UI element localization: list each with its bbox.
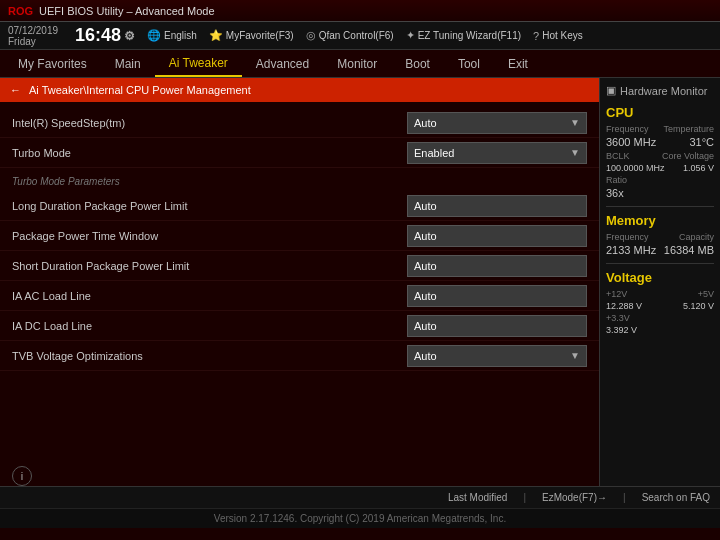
back-arrow[interactable]: ←	[10, 84, 21, 96]
qfan-item[interactable]: ◎ Qfan Control(F6)	[306, 29, 394, 42]
short-duration-value: Auto	[414, 260, 437, 272]
search-faq-link[interactable]: Search on FAQ	[642, 492, 710, 503]
star-icon: ⭐	[209, 29, 223, 42]
time-display: 16:48	[75, 25, 121, 46]
ia-dc-input[interactable]: Auto	[407, 315, 587, 337]
dropdown-arrow-tvb: ▼	[570, 350, 580, 361]
ia-ac-input[interactable]: Auto	[407, 285, 587, 307]
cpu-bclk: 100.0000 MHz	[606, 163, 665, 173]
mem-freq-label: Frequency	[606, 232, 649, 242]
long-duration-label: Long Duration Package Power Limit	[12, 200, 407, 212]
tab-advanced[interactable]: Advanced	[242, 50, 323, 77]
cpu-temperature: 31°C	[689, 136, 714, 148]
fan-icon: ◎	[306, 29, 316, 42]
datetime: 07/12/2019 Friday	[8, 25, 63, 47]
speedstep-label: Intel(R) SpeedStep(tm)	[12, 117, 407, 129]
v33-value: 3.392 V	[606, 325, 637, 335]
clock: 16:48 ⚙	[75, 25, 135, 46]
content-panel: ← Ai Tweaker\Internal CPU Power Manageme…	[0, 78, 600, 486]
turbo-dropdown[interactable]: Enabled ▼	[407, 142, 587, 164]
dropdown-arrow-speedstep: ▼	[570, 117, 580, 128]
title-bar: ROG UEFI BIOS Utility – Advanced Mode	[0, 0, 720, 22]
setting-long-duration: Long Duration Package Power Limit Auto	[0, 191, 599, 221]
pkg-time-value: Auto	[414, 230, 437, 242]
tab-exit[interactable]: Exit	[494, 50, 542, 77]
breadcrumb: ← Ai Tweaker\Internal CPU Power Manageme…	[0, 78, 599, 102]
v12-label: +12V	[606, 289, 627, 299]
ia-dc-label: IA DC Load Line	[12, 320, 407, 332]
hw-monitor-panel: ▣ Hardware Monitor CPU Frequency Tempera…	[600, 78, 720, 486]
cpu-divider	[606, 206, 714, 207]
long-duration-input[interactable]: Auto	[407, 195, 587, 217]
mem-capacity: 16384 MB	[664, 244, 714, 256]
language-label: English	[164, 30, 197, 41]
tab-monitor[interactable]: Monitor	[323, 50, 391, 77]
pkg-time-label: Package Power Time Window	[12, 230, 407, 242]
setting-turbo-mode: Turbo Mode Enabled ▼	[0, 138, 599, 168]
eztuning-label: EZ Tuning Wizard(F11)	[418, 30, 521, 41]
separator-2: |	[623, 492, 626, 503]
cpu-bclk-voltage-values: 100.0000 MHz 1.056 V	[606, 163, 714, 173]
volt-33-label-row: +3.3V	[606, 313, 714, 323]
setting-ia-ac: IA AC Load Line Auto	[0, 281, 599, 311]
ezmode-button[interactable]: EzMode(F7)→	[542, 492, 607, 503]
ia-ac-label: IA AC Load Line	[12, 290, 407, 302]
speedstep-value: Auto	[414, 117, 437, 129]
cpu-freq-temp-values: 3600 MHz 31°C	[606, 136, 714, 149]
turbo-params-header: Turbo Mode Parameters	[0, 168, 599, 191]
core-voltage: 1.056 V	[683, 163, 714, 173]
bclk-label: BCLK	[606, 151, 630, 161]
language-item[interactable]: 🌐 English	[147, 29, 197, 42]
tvb-value: Auto	[414, 350, 437, 362]
hotkeys-label: Hot Keys	[542, 30, 583, 41]
speedstep-dropdown[interactable]: Auto ▼	[407, 112, 587, 134]
short-duration-input[interactable]: Auto	[407, 255, 587, 277]
tab-ai-tweaker[interactable]: Ai Tweaker	[155, 50, 242, 77]
cpu-section-title: CPU	[606, 105, 714, 120]
nav-tabs: My Favorites Main Ai Tweaker Advanced Mo…	[0, 50, 720, 78]
footer-bar: Version 2.17.1246. Copyright (C) 2019 Am…	[0, 508, 720, 528]
myfavorites-item[interactable]: ⭐ MyFavorite(F3)	[209, 29, 294, 42]
mem-freq-cap-labels: Frequency Capacity	[606, 232, 714, 242]
ratio-label: Ratio	[606, 175, 627, 185]
footer-text: Version 2.17.1246. Copyright (C) 2019 Am…	[214, 513, 506, 524]
tab-boot[interactable]: Boot	[391, 50, 444, 77]
myfavorites-label: MyFavorite(F3)	[226, 30, 294, 41]
volt-12-5-labels: +12V +5V	[606, 289, 714, 299]
tvb-label: TVB Voltage Optimizations	[12, 350, 407, 362]
volt-33-value-row: 3.392 V	[606, 325, 714, 335]
mem-freq-cap-values: 2133 MHz 16384 MB	[606, 244, 714, 257]
cpu-frequency: 3600 MHz	[606, 136, 656, 148]
voltage-section-title: Voltage	[606, 270, 714, 285]
eztuning-item[interactable]: ✦ EZ Tuning Wizard(F11)	[406, 29, 521, 42]
date: 07/12/2019	[8, 25, 63, 36]
hw-monitor-title: ▣ Hardware Monitor	[606, 84, 714, 97]
info-button[interactable]: i	[12, 466, 32, 486]
info-bar: 07/12/2019 Friday 16:48 ⚙ 🌐 English ⭐ My…	[0, 22, 720, 50]
wand-icon: ✦	[406, 29, 415, 42]
tab-my-favorites[interactable]: My Favorites	[4, 50, 101, 77]
cpu-freq-temp-labels: Frequency Temperature	[606, 124, 714, 134]
mem-cap-label: Capacity	[679, 232, 714, 242]
memory-section-title: Memory	[606, 213, 714, 228]
pkg-time-input[interactable]: Auto	[407, 225, 587, 247]
setting-speedstep: Intel(R) SpeedStep(tm) Auto ▼	[0, 108, 599, 138]
tab-tool[interactable]: Tool	[444, 50, 494, 77]
tab-main[interactable]: Main	[101, 50, 155, 77]
setting-pkg-time: Package Power Time Window Auto	[0, 221, 599, 251]
v5-value: 5.120 V	[683, 301, 714, 311]
gear-icon[interactable]: ⚙	[124, 29, 135, 43]
ia-dc-value: Auto	[414, 320, 437, 332]
dropdown-arrow-turbo: ▼	[570, 147, 580, 158]
hotkeys-item[interactable]: ? Hot Keys	[533, 30, 583, 42]
cpu-bclk-voltage-labels: BCLK Core Voltage	[606, 151, 714, 161]
bios-title: UEFI BIOS Utility – Advanced Mode	[39, 5, 214, 17]
v33-label: +3.3V	[606, 313, 630, 323]
last-modified-text: Last Modified	[448, 492, 507, 503]
day: Friday	[8, 36, 63, 47]
status-bar: Last Modified | EzMode(F7)→ | Search on …	[0, 486, 720, 508]
rog-logo: ROG	[8, 5, 33, 17]
tvb-dropdown[interactable]: Auto ▼	[407, 345, 587, 367]
mem-frequency: 2133 MHz	[606, 244, 656, 256]
setting-tvb: TVB Voltage Optimizations Auto ▼	[0, 341, 599, 371]
